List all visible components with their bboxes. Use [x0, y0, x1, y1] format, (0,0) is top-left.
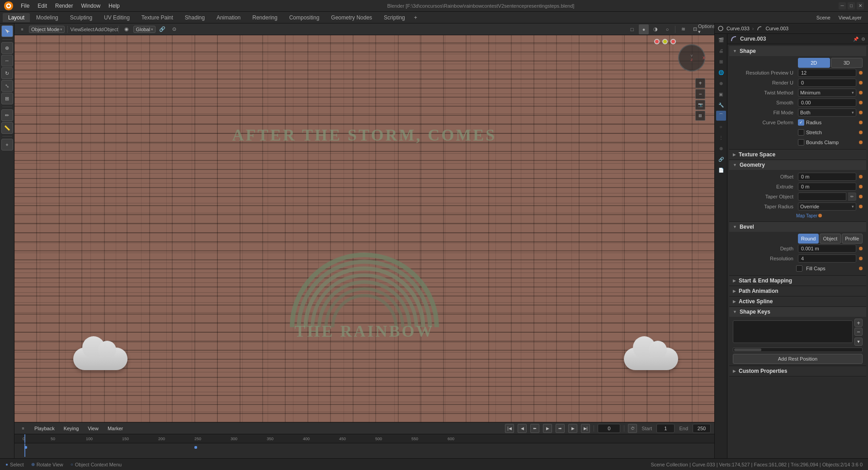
overlay-icon[interactable]: ≋ [678, 24, 688, 34]
select-tool-btn[interactable] [1, 25, 13, 37]
annotate-tool-btn[interactable]: ✏ [1, 109, 13, 121]
offset-value[interactable]: 0 m [798, 173, 856, 181]
move-tool-btn[interactable]: ↔ [1, 55, 13, 66]
stretch-checkbox[interactable] [798, 129, 804, 136]
view-menu[interactable]: View [71, 24, 80, 34]
menu-edit[interactable]: Edit [34, 2, 51, 10]
transform-selector[interactable]: Global ▾ [133, 26, 156, 33]
add-menu[interactable]: Add [94, 24, 104, 34]
tab-add[interactable]: + [411, 14, 420, 22]
mode-3d-btn[interactable]: 3D [831, 58, 863, 68]
bevel-section-header[interactable]: ▼ Bevel [729, 222, 866, 232]
zoom-in-btn[interactable]: + [695, 78, 705, 88]
jump-start-btn[interactable]: |◀ [505, 424, 514, 433]
tab-sculpting[interactable]: Sculpting [65, 13, 98, 22]
particles-tab[interactable]: ⋮ [716, 132, 726, 142]
taper-edit-btn[interactable]: ✏ [848, 193, 856, 201]
bevel-object-btn[interactable]: Object [820, 234, 840, 244]
next-keyframe-btn[interactable]: ➡ [556, 424, 565, 433]
map-taper-link[interactable]: Map Taper [796, 213, 817, 219]
snap-icon[interactable]: 🔗 [157, 24, 167, 34]
scene-selector[interactable]: Scene [813, 15, 834, 20]
object-properties-tab[interactable]: 📄 [716, 165, 726, 175]
extrude-value[interactable]: 0 m [798, 183, 856, 191]
start-end-mapping-section[interactable]: ▶ Start & End Mapping [729, 276, 866, 286]
play-btn[interactable]: ▶ [543, 424, 552, 433]
prop-options-btn[interactable]: ⚙ [861, 37, 865, 42]
world-tab[interactable]: ⊕ [716, 78, 726, 88]
minimize-btn[interactable]: ─ [839, 2, 846, 9]
fill-caps-checkbox[interactable] [796, 265, 802, 272]
fill-mode-dropdown[interactable]: Both ▾ [798, 108, 856, 117]
path-animation-section[interactable]: ▶ Path Animation [729, 286, 866, 296]
physics-tab[interactable]: ⊛ [716, 143, 726, 153]
radius-checkbox[interactable]: ✓ [798, 119, 804, 126]
timeline-menu-btn[interactable]: ≡ [18, 423, 28, 433]
bevel-depth-value[interactable]: 0.001 m [798, 244, 856, 253]
tab-compositing[interactable]: Compositing [284, 13, 325, 22]
maximize-btn[interactable]: □ [848, 2, 855, 9]
timeline-track[interactable] [14, 443, 714, 457]
render-tab[interactable]: 🎬 [716, 35, 726, 45]
tab-scripting[interactable]: Scripting [378, 13, 410, 22]
shape-key-down-btn[interactable]: ▼ [854, 338, 863, 346]
scene-tab[interactable]: 🌐 [716, 67, 726, 77]
navigation-gizmo[interactable]: Y Z X [678, 44, 705, 71]
pin-btn[interactable]: 📌 [853, 37, 859, 42]
shape-keys-section-header[interactable]: ▼ Shape Keys [729, 307, 866, 317]
shape-keys-scrollbar[interactable] [733, 348, 863, 352]
object-tab[interactable]: ▣ [716, 89, 726, 99]
menu-help[interactable]: Help [105, 2, 123, 10]
viewport-shading-render[interactable]: ○ [662, 24, 672, 34]
mode-2d-btn[interactable]: 2D [798, 58, 830, 68]
viewport-shading-material[interactable]: ◑ [651, 24, 660, 34]
tab-layout[interactable]: Layout [3, 13, 30, 22]
bevel-resolution-value[interactable]: 4 [798, 254, 856, 263]
shape-key-add-btn[interactable]: + [854, 319, 863, 327]
resolution-preview-value[interactable]: 12 [798, 69, 856, 77]
texture-space-section[interactable]: ▶ Texture Space [729, 150, 866, 160]
keying-menu[interactable]: Keying [61, 426, 82, 431]
proportional-icon[interactable]: ⊙ [169, 24, 179, 34]
marker-menu[interactable]: Marker [105, 426, 126, 431]
taper-object-input[interactable] [798, 193, 846, 201]
bevel-profile-btn[interactable]: Profile [842, 234, 863, 244]
pivot-icon[interactable]: ◉ [122, 24, 132, 34]
close-btn[interactable]: ✕ [857, 2, 864, 9]
viewport-menu-btn[interactable]: ≡ [17, 24, 27, 34]
tab-uv-editing[interactable]: UV Editing [99, 13, 135, 22]
start-frame-input[interactable]: 1 [656, 424, 675, 433]
smooth-value[interactable]: 0.00 [798, 99, 856, 107]
next-frame-btn[interactable]: ▶ [568, 424, 577, 433]
playback-menu[interactable]: Playback [32, 426, 57, 431]
transform-tool-btn[interactable]: ⊞ [1, 93, 13, 104]
constraints-tab[interactable]: 🔗 [716, 154, 726, 164]
viewport-shading-wire[interactable]: □ [627, 24, 637, 34]
geometry-section-header[interactable]: ▼ Geometry [729, 160, 866, 170]
menu-window[interactable]: Window [77, 2, 104, 10]
view-layer-selector[interactable]: ViewLayer [835, 15, 865, 20]
prev-frame-btn[interactable]: ◀ [518, 424, 527, 433]
cursor-tool-btn[interactable]: ⊕ [1, 42, 13, 54]
data-tab[interactable]: ⌒ [716, 111, 726, 121]
viewport-shading-solid[interactable]: ● [639, 24, 649, 34]
options-btn[interactable]: Options ▾ [702, 24, 712, 34]
bevel-round-btn[interactable]: Round [798, 234, 819, 244]
prev-keyframe-btn[interactable]: ⬅ [530, 424, 539, 433]
select-menu[interactable]: Select [82, 24, 92, 34]
taper-radius-dropdown[interactable]: Override ▾ [798, 202, 856, 211]
zoom-out-btn[interactable]: − [695, 89, 705, 99]
menu-render[interactable]: Render [52, 2, 76, 10]
custom-properties-section[interactable]: ▶ Custom Properties [729, 366, 866, 376]
active-spline-section[interactable]: ▶ Active Spline [729, 296, 866, 307]
jump-end-btn[interactable]: ▶| [581, 424, 590, 433]
toggle-camera-btn[interactable]: 📷 [695, 100, 705, 110]
3d-viewport[interactable]: AFTER THE STORM, COMES [14, 35, 714, 422]
modifier-tab[interactable]: 🔧 [716, 100, 726, 110]
toggle-quad-btn[interactable]: ⊞ [695, 111, 705, 121]
menu-file[interactable]: File [17, 2, 33, 10]
object-menu[interactable]: Object [106, 24, 116, 34]
add-rest-position-btn[interactable]: Add Rest Position [733, 354, 863, 364]
shape-key-remove-btn[interactable]: − [854, 328, 863, 336]
current-frame-input[interactable]: 0 [598, 424, 620, 433]
